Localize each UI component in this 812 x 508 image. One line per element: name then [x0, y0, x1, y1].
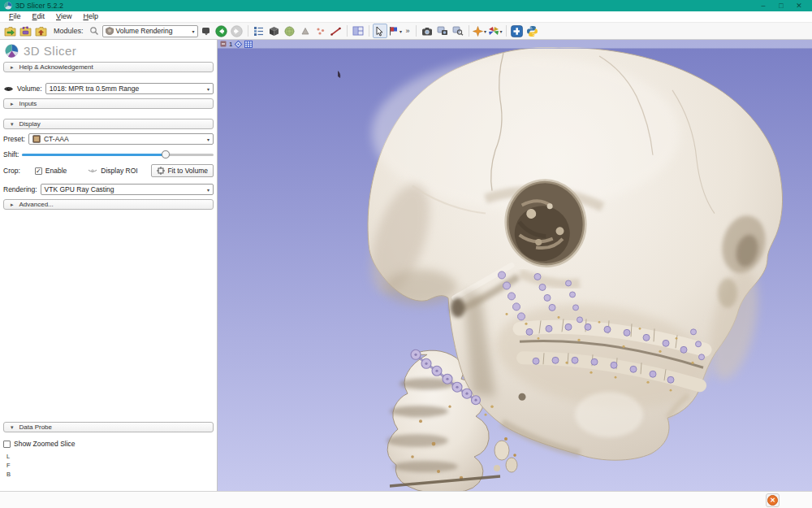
module-selector-value: Volume Rendering	[116, 27, 173, 35]
rendering-selector-value: VTK GPU Ray Casting	[45, 185, 114, 193]
save-button[interactable]	[33, 24, 48, 38]
fit-to-volume-button[interactable]: Fit to Volume	[151, 164, 214, 177]
volume-label: Volume:	[17, 85, 42, 93]
toolbar-separator	[369, 25, 369, 37]
view-controller-bar: 1	[218, 40, 812, 49]
close-button[interactable]: ✕	[790, 0, 808, 11]
module-selector[interactable]: Volume Rendering ▾	[102, 25, 198, 37]
fiducial-dots-icon	[316, 27, 326, 36]
save-folder-icon	[35, 26, 47, 37]
fit-to-volume-label: Fit to Volume	[167, 167, 208, 175]
orientation-l: L	[6, 453, 217, 460]
data-module-button[interactable]	[267, 24, 282, 38]
pin-icon[interactable]	[220, 41, 227, 47]
python-console-button[interactable]	[525, 24, 540, 38]
show-zoomed-slice-label: Show Zoomed Slice	[14, 440, 76, 448]
toolbar-overflow-button[interactable]: »	[404, 27, 412, 35]
preset-selector[interactable]: CT-AAA ▾	[28, 133, 214, 145]
slicer-logo-text: 3D Slicer	[24, 44, 76, 58]
history-forward-button[interactable]	[230, 24, 244, 38]
data-probe-section[interactable]: ▾ Data Probe	[3, 422, 214, 432]
box-magnifier-icon	[452, 26, 464, 36]
scene-view-capture-button[interactable]	[435, 24, 450, 38]
markups-module-button[interactable]	[329, 24, 343, 38]
menu-edit[interactable]: Edit	[27, 11, 51, 22]
volume-selector[interactable]: 1018: MPR tra 0.5mm Range ▾	[45, 83, 214, 94]
chevron-down-icon: ▾	[400, 28, 402, 34]
crop-enable-checkbox[interactable]: ✓	[35, 167, 42, 175]
history-back-button[interactable]	[214, 24, 229, 38]
view-table-icon[interactable]	[244, 41, 253, 48]
module-list-button[interactable]	[252, 24, 266, 38]
screenshot-button[interactable]	[420, 24, 434, 38]
slicer-logo: 3D Slicer	[0, 41, 217, 61]
extensions-manager-button[interactable]	[510, 24, 525, 38]
menubar: File Edit View Help	[0, 11, 812, 23]
cursor-mark	[338, 71, 340, 78]
mental-foramen	[519, 393, 526, 401]
chevron-down-icon: ▾	[484, 28, 486, 34]
skull-volume-rendering	[218, 40, 812, 491]
help-acknowledgement-label: Help & Acknowledgement	[19, 63, 93, 71]
transform-icon	[300, 27, 310, 36]
show-zoomed-slice-checkbox[interactable]	[3, 441, 11, 448]
menu-help[interactable]: Help	[77, 11, 104, 22]
maximize-button[interactable]: □	[772, 0, 790, 11]
help-acknowledgement-section[interactable]: ▸ Help & Acknowledgement	[3, 62, 214, 72]
rendering-selector[interactable]: VTK GPU Ray Casting ▾	[41, 184, 214, 195]
display-roi-label[interactable]: Display ROI	[101, 167, 137, 175]
cube-icon	[269, 26, 279, 37]
pinwheel-icon	[488, 26, 499, 37]
sphere-icon	[284, 26, 295, 37]
shift-slider-handle[interactable]	[162, 150, 170, 158]
statusbar: ✕	[0, 491, 812, 508]
scene-view-restore-button[interactable]	[451, 24, 465, 38]
titlebar: 3D Slicer 5.2.2 – □ ✕	[0, 0, 812, 11]
dicom-button[interactable]	[18, 24, 32, 38]
camera-icon	[421, 27, 433, 36]
slicer-logo-icon	[5, 44, 19, 58]
python-icon	[526, 25, 538, 37]
collapse-arrow-icon: ▸	[11, 64, 14, 71]
back-arrow-icon	[215, 25, 227, 37]
eye-icon[interactable]	[3, 85, 14, 93]
menu-view[interactable]: View	[50, 11, 77, 22]
view-label: 1	[229, 41, 232, 48]
module-search-button[interactable]	[87, 24, 102, 38]
shift-slider-fill	[22, 154, 166, 156]
view-eye-diamond-icon[interactable]	[235, 41, 242, 48]
flag-icon	[388, 26, 399, 36]
cursor-arrow-icon	[375, 26, 384, 37]
layout-selector-button[interactable]	[351, 24, 365, 38]
collapse-arrow-icon: ▸	[11, 101, 14, 107]
menu-file[interactable]: File	[3, 11, 27, 22]
toolbar-separator	[347, 25, 348, 37]
fit-crosshair-icon	[157, 167, 165, 175]
view3d[interactable]: 1	[218, 40, 812, 491]
forward-arrow-icon	[231, 25, 243, 37]
ear-canal	[451, 297, 465, 317]
inputs-section[interactable]: ▸ Inputs	[3, 98, 214, 109]
orientation-f: F	[6, 462, 217, 469]
toolbar-separator	[248, 25, 248, 37]
module-history-icon	[201, 26, 211, 36]
models-module-button[interactable]	[283, 24, 297, 38]
shift-slider[interactable]	[22, 150, 214, 159]
toolbar: Modules: Volume Rendering ▾	[0, 23, 812, 40]
transforms-module-button[interactable]	[298, 24, 313, 38]
annotations-module-button[interactable]	[313, 24, 328, 38]
mouse-interaction-button[interactable]	[373, 24, 387, 38]
collapse-arrow-icon: ▸	[11, 202, 14, 208]
slice-intersections-button[interactable]: ▾	[488, 24, 503, 38]
minimize-button[interactable]: –	[754, 0, 772, 11]
module-history-button[interactable]	[199, 24, 214, 38]
error-log-button[interactable]: ✕	[766, 493, 780, 507]
app-logo-icon	[4, 2, 12, 10]
crosshair-button[interactable]: ▾	[473, 24, 487, 38]
eye-closed-icon[interactable]	[88, 167, 97, 174]
advanced-section[interactable]: ▸ Advanced...	[3, 199, 214, 210]
display-section[interactable]: ▾ Display	[3, 119, 214, 129]
place-markup-button[interactable]: ▾	[388, 24, 403, 38]
load-data-button[interactable]	[2, 24, 17, 38]
crosshair-star-icon	[473, 26, 483, 37]
